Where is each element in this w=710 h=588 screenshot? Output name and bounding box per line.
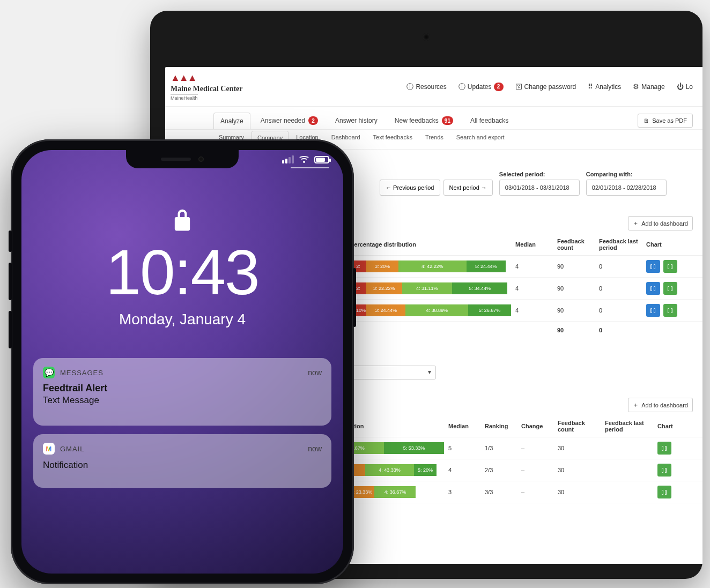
tab-answer-history[interactable]: Answer history: [328, 112, 384, 129]
compare-chart-button[interactable]: ⫿⫿: [646, 304, 660, 317]
nav-logout-label: Lo: [686, 83, 693, 91]
view-chart-button[interactable]: ⫿⫿: [663, 282, 677, 295]
add-to-dashboard-button[interactable]: ＋Add to dashboard: [628, 216, 693, 230]
distribution-bar: 2:3: 20%4: 42.22%5: 24.44%: [350, 260, 511, 272]
new-feedbacks-badge: 91: [442, 116, 453, 125]
chart-actions: ⫿⫿: [657, 464, 690, 477]
lock-icon: [173, 209, 191, 235]
col2-ranking: Ranking: [485, 423, 517, 429]
dist-segment: 5: 24.44%: [467, 260, 506, 272]
cell-change: –: [521, 445, 553, 451]
save-pdf-label: Save as PDF: [652, 117, 687, 124]
cell-ranking: 1/3: [485, 445, 517, 451]
period-nav: ← Previous period Next period →: [380, 180, 493, 196]
col-distribution: Percentage distribution: [350, 241, 511, 248]
prev-period-button[interactable]: ← Previous period: [380, 180, 440, 196]
status-bar: [282, 155, 329, 163]
chart-actions: ⫿⫿: [657, 442, 690, 455]
cell-feedback-last: 0: [599, 263, 642, 270]
notification-body: Notification: [43, 460, 322, 471]
notification-title: Feedtrail Alert: [43, 383, 322, 394]
tab-answer-needed-label: Answer needed: [261, 117, 305, 124]
chart-actions: ⫿⫿: [657, 486, 690, 498]
dashboard-header: ▲▲▲ Maine Medical Center MaineHealth ⓘRe…: [165, 67, 702, 107]
view-chart-button[interactable]: ⫿⫿: [657, 486, 671, 498]
battery-icon: [314, 156, 329, 163]
totals-last: 0: [599, 327, 642, 333]
tablet-camera: [423, 33, 430, 41]
col2-change: Change: [521, 423, 553, 429]
notification-body: Text Message: [43, 395, 322, 406]
primary-tabs: Analyze Answer needed 2 Answer history N…: [165, 107, 702, 130]
logo-mark-icon: ▲▲▲: [171, 72, 196, 84]
status-underline: [291, 167, 329, 168]
nav-manage-label: Manage: [641, 83, 664, 91]
dist-segment: 4: 42.22%: [398, 260, 467, 272]
nav-resources[interactable]: ⓘResources: [406, 82, 446, 92]
filter-select[interactable]: [350, 366, 436, 379]
distribution-bar: 2:3: 22.22%4: 31.11%5: 34.44%: [350, 282, 511, 294]
nav-manage[interactable]: ⚙Manage: [633, 83, 664, 91]
cell-feedback-count: 90: [557, 263, 595, 270]
answer-needed-badge: 2: [308, 116, 318, 125]
selected-period-value[interactable]: 03/01/2018 - 03/31/2018: [499, 180, 580, 196]
subtab-trends[interactable]: Trends: [420, 131, 449, 145]
front-camera: [198, 157, 204, 162]
phone-device-frame: 10:43 Monday, January 4 💬 MESSAGES now F…: [11, 139, 354, 584]
cell-median: 4: [515, 307, 553, 314]
nav-updates[interactable]: ⓘUpdates2: [458, 82, 504, 92]
messages-app-icon: 💬: [43, 367, 55, 378]
tab-new-feedbacks[interactable]: New feedbacks 91: [388, 111, 460, 129]
add-to-dashboard-button-2[interactable]: ＋Add to dashboard: [628, 398, 693, 412]
notification-gmail[interactable]: M GMAIL now Notification: [33, 434, 331, 488]
notification-app-name: MESSAGES: [60, 369, 103, 377]
cell-ranking: 2/3: [485, 467, 517, 473]
subtab-search-export[interactable]: Search and export: [451, 131, 510, 145]
compare-period-label: Comparing with:: [586, 171, 667, 177]
tab-new-feedbacks-label: New feedbacks: [395, 117, 439, 124]
plus-icon: ＋: [633, 401, 639, 409]
view-chart-button[interactable]: ⫿⫿: [663, 260, 677, 273]
cell-feedback-count: 30: [558, 489, 601, 495]
chart-actions: ⫿⫿⫿⫿: [646, 304, 689, 317]
col-median: Median: [515, 241, 553, 248]
grid-icon: ⠿: [588, 83, 593, 91]
wifi-icon: [299, 156, 309, 163]
save-as-pdf-button[interactable]: 🗎Save as PDF: [638, 114, 693, 128]
nav-resources-label: Resources: [416, 83, 446, 91]
notification-messages[interactable]: 💬 MESSAGES now Feedtrail Alert Text Mess…: [33, 358, 331, 426]
view-chart-button[interactable]: ⫿⫿: [657, 442, 671, 455]
phone-mute-switch: [9, 230, 12, 252]
org-logo: ▲▲▲ Maine Medical Center MaineHealth: [171, 72, 243, 101]
view-chart-button[interactable]: ⫿⫿: [657, 464, 671, 477]
tab-analyze[interactable]: Analyze: [213, 113, 250, 129]
selected-period: Selected period: 03/01/2018 - 03/31/2018: [499, 171, 580, 196]
nav-analytics[interactable]: ⠿Analytics: [588, 83, 621, 91]
subtab-text-feedbacks[interactable]: Text feedbacks: [368, 131, 418, 145]
compare-period-value[interactable]: 02/01/2018 - 02/28/2018: [586, 180, 667, 196]
cell-feedback-last: 0: [599, 307, 642, 314]
nav-change-password-label: Change password: [524, 83, 576, 91]
col2-feedback-last: Feedback last period: [605, 420, 653, 433]
compare-chart-button[interactable]: ⫿⫿: [646, 260, 660, 273]
selected-period-label: Selected period:: [499, 171, 580, 177]
compare-chart-button[interactable]: ⫿⫿: [646, 282, 660, 295]
next-period-button[interactable]: Next period →: [443, 180, 493, 196]
nav-logout[interactable]: ⏻Lo: [677, 83, 693, 91]
view-chart-button[interactable]: ⫿⫿: [663, 304, 677, 317]
dist-segment: 5: 20%: [414, 464, 437, 476]
phone-lockscreen: 10:43 Monday, January 4 💬 MESSAGES now F…: [21, 150, 343, 574]
cell-feedback-last: 0: [599, 285, 642, 292]
org-subtitle: MaineHealth: [171, 94, 198, 101]
cell-change: –: [521, 489, 553, 495]
tab-answer-needed[interactable]: Answer needed 2: [254, 111, 325, 129]
top-nav: ⓘResources ⓘUpdates2 ⚿Change password ⠿A…: [406, 82, 693, 92]
nav-change-password[interactable]: ⚿Change password: [515, 83, 576, 91]
tab-all-feedbacks[interactable]: All feedbacks: [463, 112, 515, 129]
notification-header: 💬 MESSAGES now: [43, 367, 322, 378]
lockscreen-time: 10:43: [21, 236, 343, 309]
notification-time: now: [308, 444, 322, 453]
cell-median: 4: [515, 263, 553, 270]
dist-segment: 3: 24.44%: [366, 304, 405, 316]
plus-icon: ＋: [633, 219, 639, 227]
